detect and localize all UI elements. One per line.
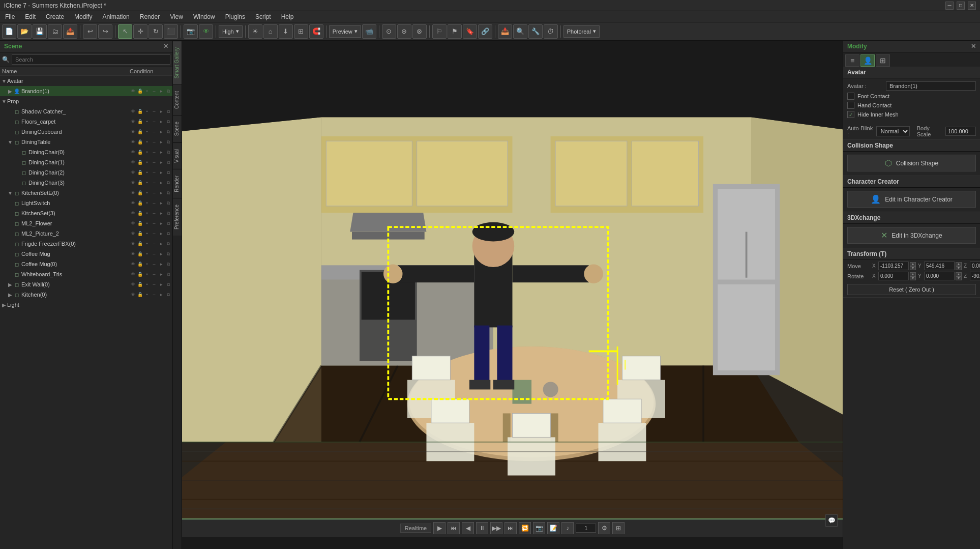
redo-button[interactable]: ↪ bbox=[98, 24, 112, 39]
search-input[interactable] bbox=[12, 54, 170, 65]
tools-btn[interactable]: 🔧 bbox=[528, 24, 543, 39]
fm-icon[interactable]: – bbox=[151, 119, 157, 125]
c2m-icon[interactable]: – bbox=[151, 169, 157, 176]
ewc-icon[interactable]: • bbox=[144, 281, 150, 287]
tree-item-brandon[interactable]: ▶ 👤 Brandon(1) 👁 🔒 • – ▸ ⧉ bbox=[0, 86, 172, 96]
k0m-icon[interactable]: – bbox=[151, 292, 157, 298]
cm0a-icon[interactable]: ▸ bbox=[158, 261, 164, 267]
home-button[interactable]: ⌂ bbox=[263, 24, 278, 39]
c0cp-icon[interactable]: ⧉ bbox=[165, 149, 171, 155]
c1m-icon[interactable]: – bbox=[151, 159, 157, 165]
rewind-button[interactable]: ◀ bbox=[462, 522, 474, 534]
scene-tab[interactable]: Scene bbox=[173, 115, 182, 142]
ca-icon[interactable]: ▸ bbox=[158, 129, 164, 135]
c2v-icon[interactable]: 👁 bbox=[130, 169, 136, 176]
3dxchange-section-header[interactable]: 3DXchange bbox=[843, 212, 980, 224]
realtime-label[interactable]: Realtime bbox=[400, 524, 431, 533]
camera-button[interactable]: 📹 bbox=[362, 24, 376, 39]
rotate-y-up[interactable]: ▲ bbox=[956, 272, 962, 276]
avatar-section-header[interactable]: Avatar bbox=[843, 67, 980, 78]
fv-icon[interactable]: 👁 bbox=[130, 119, 136, 125]
rotate-x-input[interactable] bbox=[878, 272, 909, 280]
c3a-icon[interactable]: ▸ bbox=[158, 180, 164, 186]
snap-button[interactable]: 🧲 bbox=[309, 24, 323, 39]
timeline-btn1[interactable]: ⊙ bbox=[382, 24, 396, 39]
scale-tool[interactable]: ⬛ bbox=[164, 24, 178, 39]
fcp-icon[interactable]: ⧉ bbox=[165, 119, 171, 125]
cv-icon[interactable]: 👁 bbox=[130, 129, 136, 135]
c1cp-icon[interactable]: ⧉ bbox=[165, 159, 171, 165]
ewa-icon[interactable]: ▸ bbox=[158, 281, 164, 287]
tree-item-chair0[interactable]: ◻ DiningChair(0) 👁 🔒 • – ▸ ⧉ bbox=[0, 147, 172, 157]
dtcp-icon[interactable]: ⧉ bbox=[165, 139, 171, 145]
open-button[interactable]: 📂 bbox=[17, 24, 32, 39]
saveas-button[interactable]: 🗂 bbox=[48, 24, 62, 39]
c2cp-icon[interactable]: ⧉ bbox=[165, 169, 171, 176]
rotate-z-input[interactable] bbox=[970, 272, 980, 280]
render-tab[interactable]: Render bbox=[173, 169, 182, 198]
foot-contact-checkbox[interactable] bbox=[847, 93, 854, 100]
brandon-expand-icon[interactable]: ▶ bbox=[7, 89, 13, 94]
grid-button[interactable]: ⊞ bbox=[294, 24, 308, 39]
kea-icon[interactable]: ▸ bbox=[158, 190, 164, 196]
lsv-icon[interactable]: 👁 bbox=[130, 200, 136, 206]
tree-item-ml2flower[interactable]: ◻ ML2_Flower 👁 🔒 • – ▸ ⧉ bbox=[0, 218, 172, 228]
cc-icon[interactable]: • bbox=[144, 129, 150, 135]
hand-contact-checkbox[interactable] bbox=[847, 102, 854, 109]
c0v-icon[interactable]: 👁 bbox=[130, 149, 136, 155]
sm-icon[interactable]: – bbox=[151, 108, 157, 114]
timeline-btn3[interactable]: ⊗ bbox=[412, 24, 427, 39]
frl-icon[interactable]: 🔒 bbox=[137, 241, 143, 247]
tree-item-kitchenset3[interactable]: ◻ KitchenSet(3) 👁 🔒 • – ▸ ⧉ bbox=[0, 208, 172, 218]
menu-help[interactable]: Help bbox=[276, 11, 299, 22]
c0m-icon[interactable]: – bbox=[151, 149, 157, 155]
k0cp-icon[interactable]: ⧉ bbox=[165, 292, 171, 298]
c2l-icon[interactable]: 🔒 bbox=[137, 169, 143, 176]
sa-icon[interactable]: ▸ bbox=[158, 108, 164, 114]
lscp-icon[interactable]: ⧉ bbox=[165, 200, 171, 206]
frv-icon[interactable]: 👁 bbox=[130, 241, 136, 247]
lsl-icon[interactable]: 🔒 bbox=[137, 200, 143, 206]
tree-item-kitchen[interactable]: ▶ ◻ Kitchen(0) 👁 🔒 • – ▸ ⧉ bbox=[0, 290, 172, 300]
cm0m-icon[interactable]: – bbox=[151, 261, 157, 267]
cl-icon[interactable]: 🔒 bbox=[137, 129, 143, 135]
next-key-button[interactable]: ⏭ bbox=[504, 522, 517, 534]
k3c-icon[interactable]: • bbox=[144, 210, 150, 216]
ksete-expand-icon[interactable]: ▼ bbox=[7, 190, 13, 196]
camera-button2[interactable]: 📷 bbox=[533, 522, 545, 534]
cmc-icon[interactable]: • bbox=[144, 251, 150, 257]
wbv-icon[interactable]: 👁 bbox=[130, 271, 136, 277]
smart-gallery-tab[interactable]: Smart Gallery bbox=[173, 41, 182, 84]
lock-icon[interactable]: 🔒 bbox=[137, 88, 143, 94]
grid-button2[interactable]: ⊞ bbox=[612, 522, 625, 534]
menu-create[interactable]: Create bbox=[41, 11, 69, 22]
k0l-icon[interactable]: 🔒 bbox=[137, 292, 143, 298]
ew-expand-icon[interactable]: ▶ bbox=[7, 282, 13, 287]
wbc-icon[interactable]: • bbox=[144, 271, 150, 277]
sv-icon[interactable]: 👁 bbox=[130, 108, 136, 114]
dtc-icon[interactable]: • bbox=[144, 139, 150, 145]
sc-icon[interactable]: • bbox=[144, 108, 150, 114]
tree-item-chair2[interactable]: ◻ DiningChair(2) 👁 🔒 • – ▸ ⧉ bbox=[0, 167, 172, 178]
mfv-icon[interactable]: 👁 bbox=[130, 220, 136, 226]
tree-item-whiteboard[interactable]: ◻ Whiteboard_Tris 👁 🔒 • – ▸ ⧉ bbox=[0, 269, 172, 279]
hide-inner-mesh-checkbox[interactable]: ✓ bbox=[847, 111, 854, 118]
tree-category-avatar[interactable]: ▼ Avatar bbox=[0, 76, 172, 86]
menu-window[interactable]: Window bbox=[188, 11, 220, 22]
c3m-icon[interactable]: – bbox=[151, 180, 157, 186]
k3a-icon[interactable]: ▸ bbox=[158, 210, 164, 216]
vis-icon[interactable]: 👁 bbox=[130, 88, 136, 94]
character-creator-section-header[interactable]: Character Creator bbox=[843, 176, 980, 188]
move-tool[interactable]: ✛ bbox=[133, 24, 147, 39]
avatar-field-value[interactable] bbox=[886, 81, 976, 91]
cm0v-icon[interactable]: 👁 bbox=[130, 261, 136, 267]
undo-button[interactable]: ↩ bbox=[83, 24, 97, 39]
cm0cp-icon[interactable]: ⧉ bbox=[165, 261, 171, 267]
k0c-icon[interactable]: • bbox=[144, 292, 150, 298]
k3m-icon[interactable]: – bbox=[151, 210, 157, 216]
k3l-icon[interactable]: 🔒 bbox=[137, 210, 143, 216]
move-x-up[interactable]: ▲ bbox=[910, 262, 916, 266]
menu-script[interactable]: Script bbox=[250, 11, 276, 22]
caption-button[interactable]: 📝 bbox=[547, 522, 559, 534]
save-button[interactable]: 💾 bbox=[33, 24, 47, 39]
